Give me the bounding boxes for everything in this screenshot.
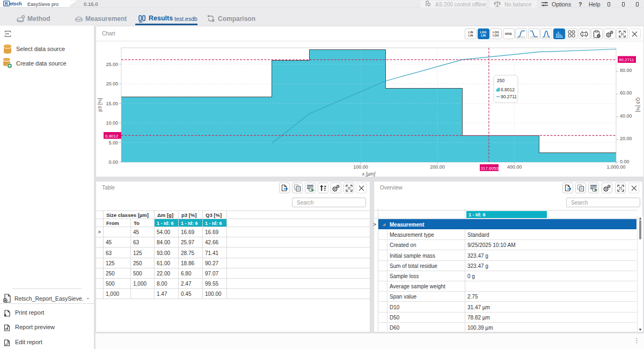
svg-text:0.00: 0.00: [108, 159, 118, 165]
svg-text:317.6053: 317.6053: [481, 166, 499, 171]
svg-text:0.00: 0.00: [620, 159, 630, 164]
svg-text:6.8012: 6.8012: [105, 134, 119, 139]
svg-text:Q3 [%]: Q3 [%]: [635, 97, 641, 112]
svg-text:x [µm]: x [µm]: [362, 171, 376, 177]
svg-text:90.2711: 90.2711: [619, 57, 634, 62]
svg-text:p3 [%]: p3 [%]: [97, 98, 103, 112]
svg-text:25.00: 25.00: [106, 62, 118, 67]
svg-text:R: R: [5, 1, 8, 6]
svg-text:60.00: 60.00: [620, 90, 632, 96]
svg-text:15.00: 15.00: [106, 101, 118, 106]
svg-text:90.2711: 90.2711: [501, 94, 517, 99]
svg-text:200.00: 200.00: [430, 164, 445, 170]
svg-text:5.00: 5.00: [108, 140, 118, 146]
svg-text:1,000.00: 1,000.00: [606, 164, 625, 170]
svg-text:250: 250: [497, 78, 504, 83]
svg-text:10.00: 10.00: [106, 120, 118, 126]
svg-text:80.00: 80.00: [620, 68, 632, 73]
svg-text:400.00: 400.00: [507, 164, 522, 170]
svg-text:100.00: 100.00: [353, 164, 368, 170]
svg-text:20.00: 20.00: [106, 81, 118, 86]
svg-text:20.00: 20.00: [620, 136, 632, 141]
svg-text:etsch: etsch: [10, 1, 22, 6]
svg-text:6.8012: 6.8012: [501, 87, 515, 92]
svg-text:40.00: 40.00: [620, 113, 632, 119]
